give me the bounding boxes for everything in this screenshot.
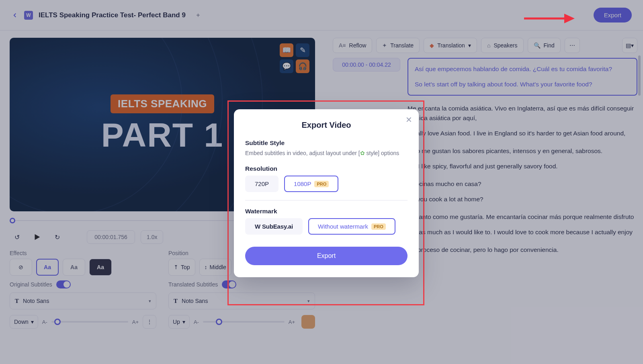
export-modal: ✕ Export Video Subtitle Style Embed subt… [234,109,419,277]
resolution-heading: Resolution [245,165,408,172]
subtitle-style-heading: Subtitle Style [245,139,408,147]
close-icon[interactable]: ✕ [405,115,412,125]
app: W IELTS Speaking Practice Test- Perfect … [0,0,643,364]
watermark-heading: Watermark [245,208,408,215]
resolution-1080p[interactable]: 1080P PRO [284,176,338,192]
watermark-none[interactable]: Without watermark PRO [308,218,395,235]
modal-title: Export Video [245,121,408,130]
pro-badge: PRO [314,181,329,187]
export-confirm-button[interactable]: Export [245,247,408,265]
style-icon: ✿ [360,150,365,156]
pro-badge: PRO [371,223,386,230]
subtitle-style-caption: Embed subtitles in video, adjust layout … [245,150,408,156]
brand-logo: W SubEasy.ai [255,223,293,230]
resolution-720p[interactable]: 720P [245,176,278,192]
watermark-brand[interactable]: W SubEasy.ai [245,218,303,235]
